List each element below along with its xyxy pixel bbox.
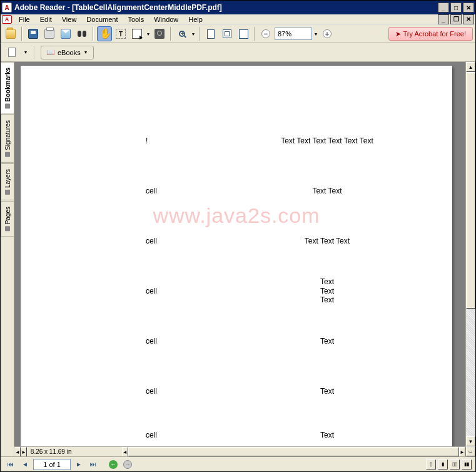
tab-layers-label: Layers [4, 169, 11, 188]
hand-icon: ✋ [99, 29, 109, 39]
camera-icon [154, 29, 165, 39]
cell-right: Text Text Text [208, 237, 446, 245]
page-layout-single-button[interactable]: ▯ [426, 459, 436, 469]
menu-edit[interactable]: Edit [36, 15, 56, 24]
separator [93, 27, 94, 41]
zoom-preset-dropdown[interactable]: ▾ [313, 31, 318, 37]
page-icon [207, 29, 215, 39]
select-dropdown[interactable]: ▾ [146, 31, 151, 37]
hscroll-thumb[interactable] [128, 447, 459, 456]
zoom-in-step-button[interactable]: + [320, 26, 335, 41]
document-area: www.java2s.com !Text Text Text Text Text… [14, 62, 465, 456]
vscroll-track[interactable] [466, 72, 475, 436]
separator [254, 27, 255, 41]
acrobat-arrow-icon: ➤ [395, 30, 401, 38]
doc-icon [8, 48, 16, 57]
table-row: cellText [146, 416, 446, 446]
tab-pages[interactable]: Pages [1, 201, 14, 237]
table-row: cellText Text [146, 166, 446, 216]
how-to-button[interactable] [4, 45, 19, 60]
fit-width-button[interactable] [236, 26, 251, 41]
table-row: cellText [146, 316, 446, 366]
hscroll-right-button[interactable]: ► [459, 447, 465, 456]
separator [199, 27, 200, 41]
page-layout-facing-button[interactable]: ▯▯ [450, 459, 460, 469]
plus-icon: + [323, 29, 332, 38]
cell-right: Text [208, 337, 446, 346]
workspace: Bookmarks Signatures Layers Pages www.ja… [1, 62, 475, 456]
menubar: File Edit View Document Tools Window Hel… [14, 15, 207, 24]
zoom-dropdown[interactable]: ▾ [191, 31, 196, 37]
save-icon [28, 29, 38, 39]
main-toolbar: ✋ T ▾ ▾ − ▾ + ➤ Try Acrobat for Free! [1, 24, 475, 43]
next-page-button[interactable]: ► [73, 459, 85, 470]
binoculars-icon [77, 29, 87, 39]
scroll-right-end-button[interactable]: ► [21, 447, 27, 456]
hscroll-track[interactable] [128, 447, 459, 456]
next-view-button[interactable]: → [121, 459, 134, 470]
window-title: Adobe Reader - [TableCellAlignmentCenter… [14, 3, 438, 12]
text-select-icon: T [116, 29, 126, 39]
cell-right: Text Text Text Text Text Text [208, 136, 446, 145]
secondary-toolbar: ▾ 📖 eBooks ▾ [1, 43, 475, 62]
ebooks-button[interactable]: 📖 eBooks ▾ [41, 46, 94, 59]
titlebar: A Adobe Reader - [TableCellAlignmentCent… [1, 1, 475, 14]
minimize-button[interactable]: _ [438, 3, 449, 13]
select-button[interactable] [129, 26, 144, 41]
mdi-minimize-button[interactable]: _ [438, 14, 449, 24]
zoom-in-button[interactable] [175, 26, 190, 41]
document-icon: A [2, 15, 12, 24]
hand-tool-button[interactable]: ✋ [97, 26, 112, 41]
scroll-mode-button[interactable]: ▭ [466, 446, 475, 456]
mdi-close-button[interactable]: ✕ [463, 14, 474, 24]
text-select-button[interactable]: T [113, 26, 128, 41]
zoom-out-button[interactable]: − [258, 26, 273, 41]
menu-help[interactable]: Help [184, 15, 207, 24]
search-button[interactable] [74, 26, 89, 41]
navigation-pane: Bookmarks Signatures Layers Pages [1, 62, 14, 456]
scroll-left-button[interactable]: ◄ [14, 447, 21, 456]
tab-layers[interactable]: Layers [1, 163, 14, 200]
content-table: !Text Text Text Text Text Text cellText … [146, 116, 446, 446]
snapshot-button[interactable] [152, 26, 167, 41]
save-button[interactable] [26, 26, 41, 41]
zoom-input[interactable] [275, 28, 312, 40]
horizontal-scroll-row: ◄ ► 8.26 x 11.69 in ◄ ► [14, 446, 465, 456]
actual-size-button[interactable] [203, 26, 218, 41]
page-layout-continuous-button[interactable]: ▮ [438, 459, 448, 469]
prev-page-button[interactable]: ◄ [19, 459, 31, 470]
document-viewport[interactable]: www.java2s.com !Text Text Text Text Text… [14, 62, 465, 446]
page-number-input[interactable] [33, 459, 71, 470]
close-button[interactable]: ✕ [463, 3, 474, 13]
vscroll-thumb[interactable] [466, 72, 475, 309]
menu-document[interactable]: Document [82, 15, 122, 24]
menu-tools[interactable]: Tools [124, 15, 149, 24]
pdf-page: www.java2s.com !Text Text Text Text Text… [21, 66, 452, 446]
open-button[interactable] [3, 26, 18, 41]
mdi-restore-button[interactable]: ❐ [450, 14, 462, 24]
menu-window[interactable]: Window [149, 15, 183, 24]
cell-left: cell [146, 431, 208, 439]
menu-file[interactable]: File [14, 15, 34, 24]
first-page-button[interactable]: ⏮ [4, 459, 17, 470]
print-button[interactable] [42, 26, 57, 41]
cell-right: Text Text [208, 187, 446, 195]
tab-bookmarks[interactable]: Bookmarks [1, 62, 14, 114]
email-button[interactable] [58, 26, 73, 41]
last-page-button[interactable]: ⏭ [87, 459, 99, 470]
zoom-in-icon [179, 31, 185, 37]
prev-view-button[interactable]: ← [107, 459, 119, 470]
layers-icon [5, 190, 10, 195]
fit-page-button[interactable] [220, 26, 235, 41]
how-to-dropdown[interactable]: ▾ [23, 49, 28, 55]
page-layout-continuous-facing-button[interactable]: ▮▮ [462, 459, 472, 469]
vscroll-down-button[interactable]: ▼ [466, 436, 475, 446]
cell-right: Text [208, 387, 446, 396]
minus-icon: − [261, 29, 270, 38]
tab-signatures[interactable]: Signatures [1, 115, 14, 163]
maximize-button[interactable]: □ [450, 3, 462, 13]
vscroll-up-button[interactable]: ▲ [466, 62, 475, 72]
hscroll-left-button[interactable]: ◄ [122, 447, 128, 456]
try-acrobat-button[interactable]: ➤ Try Acrobat for Free! [388, 27, 473, 41]
menu-view[interactable]: View [58, 15, 81, 24]
